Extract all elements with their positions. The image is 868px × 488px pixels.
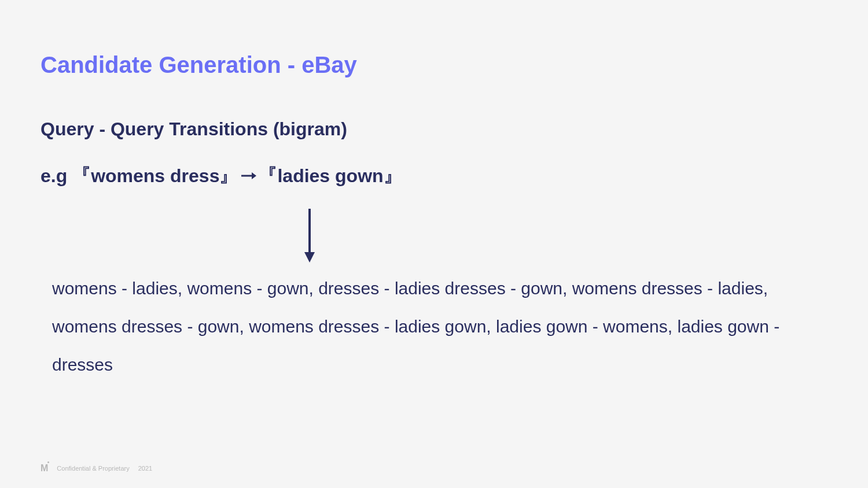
footer: M Confidential & Proprietary 2021 — [41, 463, 152, 474]
query-2-text: ladies gown — [277, 165, 383, 187]
footer-logo: M — [41, 463, 48, 474]
footer-confidential: Confidential & Proprietary — [57, 465, 129, 472]
query-1-text: womens dress — [91, 165, 219, 187]
bracket-close-2: 』 — [384, 163, 402, 188]
slide-container: Candidate Generation - eBay Query - Quer… — [0, 0, 868, 488]
slide-subtitle: Query - Query Transitions (bigram) — [41, 119, 827, 140]
bracket-open-2: 『 — [259, 163, 277, 188]
example-line: e.g 『 womens dress 』 『 ladies gown 』 — [41, 163, 827, 188]
svg-marker-1 — [252, 172, 256, 179]
arrow-right-icon — [240, 170, 256, 182]
arrow-down-icon — [301, 206, 318, 264]
footer-year: 2021 — [138, 465, 152, 472]
svg-marker-3 — [304, 252, 315, 263]
bracket-open-1: 『 — [72, 163, 91, 188]
arrow-down-container — [301, 206, 827, 264]
slide-title: Candidate Generation - eBay — [41, 52, 827, 78]
bracket-close-1: 』 — [219, 163, 238, 188]
body-text: womens - ladies, womens - gown, dresses … — [41, 269, 827, 384]
example-prefix: e.g — [41, 165, 72, 187]
